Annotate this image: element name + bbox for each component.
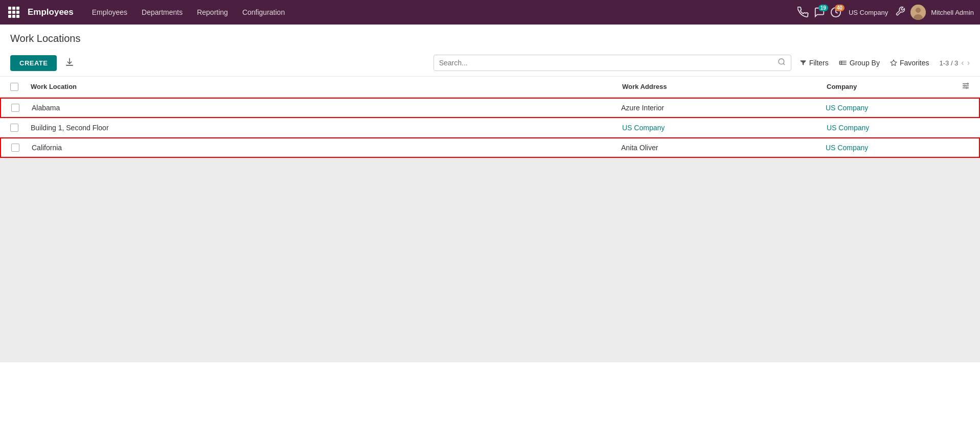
table-row[interactable]: Alabama Azure Interior US Company	[0, 98, 980, 118]
content-area: Work Locations CREATE	[0, 25, 980, 446]
pagination: 1-3 / 3 ‹ ›	[939, 59, 970, 67]
favorites-label: Favorites	[900, 59, 929, 67]
list-view: Work Location Work Address Company Alaba…	[0, 77, 980, 158]
checkbox-1[interactable]	[11, 104, 19, 112]
row-checkbox-3[interactable]	[11, 144, 32, 152]
grid-menu-icon[interactable]	[6, 5, 21, 20]
phone-icon[interactable]	[797, 7, 809, 18]
search-icon[interactable]	[778, 58, 786, 68]
row-checkbox-2[interactable]	[10, 124, 31, 132]
svg-point-5	[779, 59, 784, 64]
page-header: Work Locations	[0, 25, 980, 44]
row-work-location-2: Building 1, Second Floor	[31, 124, 622, 132]
pagination-text: 1-3 / 3	[939, 59, 958, 67]
group-by-label: Group By	[850, 59, 880, 67]
row-work-location-1: Alabama	[32, 104, 621, 112]
svg-point-18	[966, 87, 968, 89]
right-controls: Filters Group By Favorites 1-3 /	[795, 56, 970, 69]
row-work-location-3: California	[32, 144, 621, 152]
svg-line-6	[783, 63, 785, 65]
svg-point-17	[964, 85, 966, 87]
app-brand[interactable]: Employees	[28, 7, 74, 17]
download-button[interactable]	[61, 55, 78, 71]
chat-badge: 19	[818, 5, 828, 11]
page-title: Work Locations	[10, 33, 970, 44]
wrench-icon[interactable]	[895, 6, 905, 19]
svg-point-2	[916, 8, 921, 13]
nav-menu: Employees Departments Reporting Configur…	[86, 5, 797, 19]
filters-button[interactable]: Filters	[795, 56, 833, 69]
svg-rect-4	[66, 65, 74, 66]
checkbox-3[interactable]	[11, 144, 19, 152]
clock-badge: 40	[835, 5, 845, 11]
header-work-address: Work Address	[622, 83, 827, 90]
svg-marker-12	[891, 60, 897, 65]
group-by-icon	[839, 59, 847, 66]
row-work-address-1: Azure Interior	[621, 104, 826, 112]
checkbox-all[interactable]	[10, 83, 18, 91]
nav-configuration[interactable]: Configuration	[236, 5, 291, 19]
next-page[interactable]: ›	[967, 59, 970, 67]
clock-badge-btn[interactable]: 40	[830, 7, 841, 18]
header-work-location: Work Location	[31, 83, 622, 90]
group-by-button[interactable]: Group By	[835, 56, 884, 69]
row-company-3: US Company	[826, 144, 953, 152]
row-work-address-2: US Company	[622, 124, 827, 132]
filter-icon	[800, 59, 807, 66]
table-row[interactable]: Building 1, Second Floor US Company US C…	[0, 118, 980, 137]
star-icon	[890, 59, 897, 66]
left-actions: CREATE	[10, 55, 78, 71]
avatar[interactable]	[910, 5, 926, 20]
topnav-right: 19 40 US Company Mitchell Admin	[797, 5, 974, 20]
row-company-1: US Company	[826, 104, 953, 112]
filters-label: Filters	[809, 59, 829, 67]
row-work-address-3: Anita Oliver	[621, 144, 826, 152]
header-check-all[interactable]	[10, 83, 31, 91]
list-header: Work Location Work Address Company	[0, 77, 980, 98]
nav-employees[interactable]: Employees	[86, 5, 133, 19]
row-checkbox-1[interactable]	[11, 104, 32, 112]
checkbox-2[interactable]	[10, 124, 18, 132]
top-nav: Employees Employees Departments Reportin…	[0, 0, 980, 25]
row-company-2: US Company	[827, 124, 954, 132]
chat-badge-btn[interactable]: 19	[814, 7, 825, 18]
header-company: Company	[827, 83, 954, 90]
svg-point-16	[967, 83, 969, 85]
column-settings-icon[interactable]	[954, 82, 970, 91]
company-name[interactable]: US Company	[849, 9, 888, 16]
search-bar	[434, 55, 791, 71]
table-row[interactable]: California Anita Oliver US Company	[0, 137, 980, 158]
favorites-button[interactable]: Favorites	[886, 56, 933, 69]
prev-page[interactable]: ‹	[961, 59, 964, 67]
create-button[interactable]: CREATE	[10, 55, 57, 71]
toolbar-row: CREATE Fi	[0, 51, 980, 77]
search-input[interactable]	[439, 59, 778, 67]
nav-reporting[interactable]: Reporting	[191, 5, 234, 19]
bottom-area	[0, 158, 980, 362]
nav-departments[interactable]: Departments	[135, 5, 189, 19]
username[interactable]: Mitchell Admin	[931, 9, 974, 16]
